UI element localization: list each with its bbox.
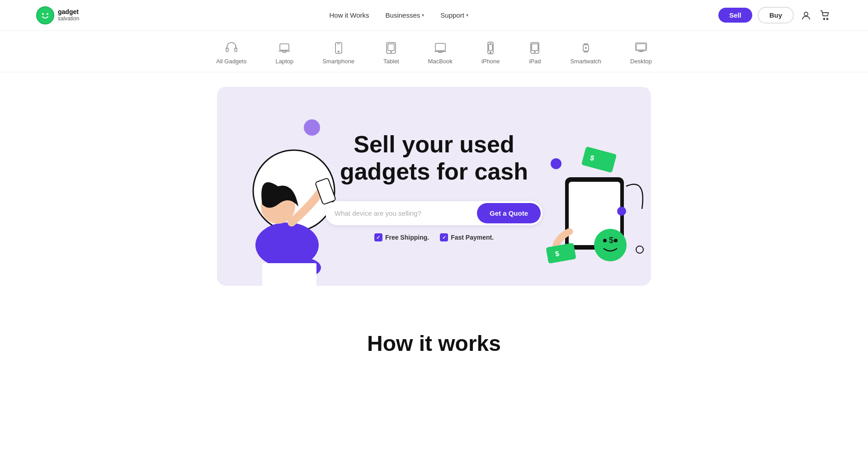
smartphone-icon xyxy=(332,42,345,54)
svg-rect-50 xyxy=(546,243,576,264)
svg-point-2 xyxy=(42,13,44,15)
category-smartphone[interactable]: Smartphone xyxy=(308,38,369,68)
svg-rect-26 xyxy=(637,44,646,50)
get-quote-button[interactable]: Get a Quote xyxy=(477,203,541,223)
user-icon xyxy=(801,10,811,20)
macbook-icon xyxy=(434,42,447,54)
svg-text:$: $ xyxy=(609,236,613,245)
businesses-chevron-icon: ▾ xyxy=(422,13,424,18)
svg-point-5 xyxy=(804,12,808,16)
main-nav: How it Works Businesses ▾ Support ▾ xyxy=(330,11,468,19)
illustration-right: $ $ $ xyxy=(542,141,651,277)
illustration-left: $ xyxy=(217,91,344,286)
ipad-icon xyxy=(528,42,541,54)
svg-point-6 xyxy=(824,18,825,19)
how-it-works-title: How it works xyxy=(36,331,832,356)
svg-point-18 xyxy=(490,52,491,53)
category-nav: All Gadgets Laptop Smartphone Tablet xyxy=(0,31,868,72)
svg-rect-41 xyxy=(581,147,617,173)
svg-rect-19 xyxy=(489,44,492,51)
hero-title: Sell your used gadgets for cash xyxy=(340,131,528,185)
free-shipping-check-icon: ✓ xyxy=(374,233,382,241)
svg-point-21 xyxy=(534,52,535,52)
logo-icon xyxy=(36,6,54,24)
support-chevron-icon: ▾ xyxy=(466,13,468,18)
laptop-icon xyxy=(278,42,291,54)
svg-point-12 xyxy=(338,51,339,52)
tablet-icon xyxy=(385,42,397,54)
headphones-icon xyxy=(225,42,238,54)
buy-button[interactable]: Buy xyxy=(758,7,794,24)
svg-point-27 xyxy=(304,119,320,136)
svg-rect-15 xyxy=(388,44,394,51)
svg-rect-16 xyxy=(435,43,445,51)
user-icon-button[interactable] xyxy=(799,9,813,22)
svg-rect-22 xyxy=(532,44,538,51)
category-smartwatch[interactable]: Smartwatch xyxy=(556,38,616,68)
logo-text: gadget salvation xyxy=(58,9,79,22)
category-iphone[interactable]: iPhone xyxy=(467,38,514,68)
cart-icon-button[interactable] xyxy=(818,9,832,22)
perk-free-shipping: ✓ Free Shipping. xyxy=(374,233,429,241)
desktop-icon xyxy=(635,42,647,54)
site-header: gadget salvation How it Works Businesses… xyxy=(0,0,868,31)
category-ipad[interactable]: iPad xyxy=(514,38,556,68)
sell-button[interactable]: Sell xyxy=(718,8,752,23)
svg-point-14 xyxy=(391,52,392,52)
svg-point-47 xyxy=(603,239,607,242)
fast-payment-check-icon: ✓ xyxy=(440,233,448,241)
svg-point-7 xyxy=(827,18,828,19)
category-all-gadgets[interactable]: All Gadgets xyxy=(202,38,261,68)
svg-rect-10 xyxy=(280,44,289,50)
logo[interactable]: gadget salvation xyxy=(36,6,79,24)
hero-wrapper: $ $ xyxy=(0,72,868,304)
perk-fast-payment: ✓ Fast Payment. xyxy=(440,233,494,241)
search-row: Get a Quote xyxy=(326,201,542,225)
svg-point-46 xyxy=(594,229,627,261)
svg-point-45 xyxy=(617,207,626,216)
smartwatch-icon xyxy=(580,42,592,54)
category-desktop[interactable]: Desktop xyxy=(616,38,666,68)
header-actions: Sell Buy xyxy=(718,7,832,24)
category-macbook[interactable]: MacBook xyxy=(414,38,467,68)
category-tablet[interactable]: Tablet xyxy=(369,38,414,68)
iphone-icon xyxy=(484,42,497,54)
nav-support[interactable]: Support ▾ xyxy=(440,11,468,19)
cart-icon xyxy=(820,10,830,20)
nav-how-it-works[interactable]: How it Works xyxy=(330,11,369,19)
category-laptop[interactable]: Laptop xyxy=(261,38,308,68)
svg-point-52 xyxy=(636,246,643,253)
svg-rect-34 xyxy=(262,263,316,286)
perks-row: ✓ Free Shipping. ✓ Fast Payment. xyxy=(374,233,494,241)
hero-card: $ $ xyxy=(217,87,651,286)
svg-point-48 xyxy=(614,239,618,242)
device-search-input[interactable] xyxy=(326,201,475,225)
nav-businesses[interactable]: Businesses ▾ xyxy=(386,11,425,19)
svg-point-40 xyxy=(551,158,561,169)
svg-rect-25 xyxy=(636,43,646,51)
svg-point-24 xyxy=(585,47,587,49)
how-it-works-section: How it works xyxy=(0,304,868,365)
svg-point-3 xyxy=(47,13,48,15)
svg-point-1 xyxy=(39,9,52,22)
